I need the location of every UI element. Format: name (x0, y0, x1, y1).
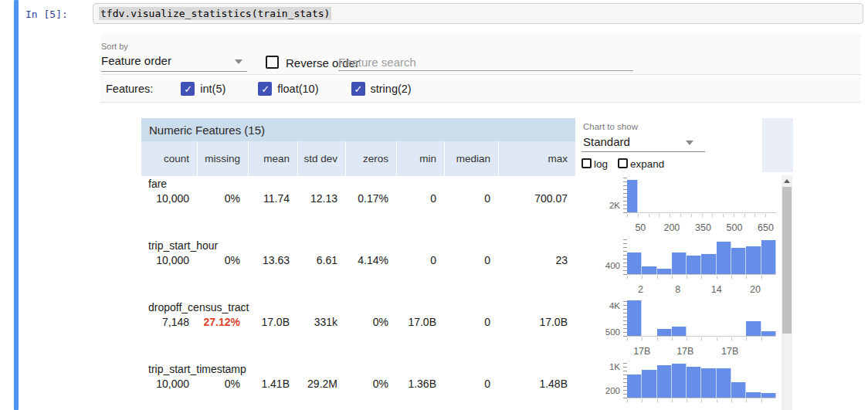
feature-search-input[interactable] (338, 53, 633, 71)
x-axis-tick-label: 200 (663, 222, 680, 233)
scrollbar-thumb[interactable] (782, 187, 792, 334)
stat-count: 10,000 (141, 192, 197, 205)
feature-row-fare: fare10,0000%11.7412.130.17%00700.07 (141, 176, 575, 238)
stat-missing: 0% (197, 254, 248, 266)
histogram-bar (761, 331, 776, 336)
stat-mean: 1.41B (248, 378, 297, 390)
histogram-bar (657, 329, 672, 336)
feature-row-trip_start_hour: trip_start_hour10,0000%13.636.614.14%002… (141, 238, 575, 300)
histogram-plot (627, 363, 776, 398)
x-axis-tick-label: 500 (727, 222, 743, 233)
y-axis-tick-label: 2K (575, 201, 620, 210)
log-label: log (594, 158, 608, 170)
filter-checkbox-int[interactable]: ✓ (181, 82, 195, 96)
sort-controls-row: Sort by Feature order Reverse order (100, 34, 861, 75)
stat-median: 0 (444, 254, 498, 266)
sort-by-dropdown[interactable]: Feature order (101, 54, 171, 67)
stat-median: 0 (444, 378, 498, 390)
histogram-bar (672, 327, 687, 336)
histogram-bar (746, 321, 761, 336)
stat-min: 0 (396, 192, 444, 205)
stat-zeros: 0% (345, 316, 396, 328)
histogram-bar (642, 370, 656, 398)
column-header-zeros: zeros (345, 141, 396, 176)
table-title: Numeric Features (15) (141, 118, 575, 141)
histogram-fare: 2K50200350500650 (575, 175, 782, 236)
y-axis-tick-label: 500 (575, 327, 620, 337)
histogram-bar (761, 393, 776, 398)
x-axis-tick-label: 350 (695, 222, 711, 233)
x-axis-ticks (627, 399, 776, 402)
column-header-std-dev: std dev (297, 141, 345, 176)
x-axis-tick-label: 20 (750, 284, 761, 295)
chart-to-show-dropdown[interactable]: Standard (583, 135, 630, 148)
chevron-down-icon[interactable] (235, 59, 242, 64)
histogram-bar (717, 242, 731, 274)
stat-min: 1.36B (396, 378, 444, 390)
sort-by-underline (101, 71, 247, 72)
feature-row-dropoff_census_tract: dropoff_census_tract7,14827.12%17.0B331k… (141, 300, 575, 361)
column-header-max: max (498, 141, 575, 176)
x-axis-tick-label: 14 (711, 284, 722, 295)
stat-max: 700.07 (498, 192, 575, 205)
x-axis-ticks (627, 276, 776, 279)
filter-int: ✓int(5) (181, 82, 225, 96)
feature-stats: 10,0000%11.7412.130.17%00700.07 (141, 192, 575, 205)
table-body: fare10,0000%11.7412.130.17%00700.07trip_… (141, 176, 575, 410)
histogram-bar (746, 246, 761, 274)
stat-mean: 17.0B (248, 316, 297, 328)
histogram-trip_start_timestamp: 1K200 (575, 360, 782, 410)
histogram-bar (701, 368, 716, 398)
column-header-mean: mean (248, 141, 297, 176)
filter-checkbox-float[interactable]: ✓ (258, 82, 272, 96)
y-axis-tick-label: 1K (575, 362, 620, 371)
stat-min: 17.0B (396, 316, 444, 328)
stat-min: 0 (396, 254, 444, 266)
stat-median: 0 (444, 192, 498, 205)
histogram-bar (687, 367, 701, 398)
histogram-bar (731, 382, 746, 398)
checkmark-icon: ✓ (261, 83, 270, 95)
charts-scrollbar[interactable] (782, 175, 792, 410)
cell-prompt: In [5]: (25, 8, 68, 20)
feature-filter-row: Features: ✓int(5)✓float(10)✓string(2) (100, 76, 861, 103)
y-axis-tick-label: 400 (575, 261, 620, 270)
feature-stats: 10,0000%13.636.614.14%0023 (141, 254, 575, 266)
chevron-down-icon[interactable] (686, 141, 693, 145)
x-axis-tick-label: 50 (635, 222, 646, 233)
x-axis-ticks (627, 337, 776, 341)
stat-missing: 27.12% (197, 316, 248, 328)
histograms-column: 2K502003505006504002814204K50017B17B17B1… (575, 175, 782, 410)
features-label: Features: (106, 83, 153, 95)
stat-zeros: 0.17% (345, 192, 396, 205)
x-axis-tick-label: 2 (638, 284, 643, 295)
stat-std-dev: 29.2M (297, 378, 345, 390)
stat-max: 1.48B (498, 378, 575, 390)
y-axis-tick-label: 200 (575, 386, 620, 395)
reverse-order-checkbox[interactable] (266, 56, 279, 69)
filter-checkbox-string[interactable]: ✓ (351, 82, 365, 96)
histogram-bar (657, 269, 672, 274)
checkmark-icon: ✓ (354, 83, 363, 95)
log-checkbox[interactable] (581, 158, 592, 168)
stat-zeros: 4.14% (345, 254, 396, 266)
stat-std-dev: 331k (297, 316, 345, 328)
histogram-plot (627, 239, 776, 275)
histogram-bar (672, 364, 687, 398)
code-text-selected[interactable]: tfdv.visualize_statistics(train_stats) (99, 7, 331, 20)
filter-label-int: int(5) (200, 83, 225, 95)
stat-count: 10,000 (141, 254, 197, 266)
expand-label: expand (630, 158, 664, 170)
filter-string: ✓string(2) (351, 82, 412, 96)
stat-count: 7,148 (141, 316, 197, 328)
scroll-up-icon[interactable] (784, 179, 790, 183)
histogram-trip_start_hour: 400281420 (575, 236, 782, 298)
filter-label-float: float(10) (277, 83, 318, 95)
column-header-missing: missing (197, 141, 248, 176)
histogram-bar (627, 300, 642, 336)
feature-name: dropoff_census_tract (141, 300, 575, 314)
code-input-area[interactable]: tfdv.visualize_statistics(train_stats) (93, 3, 863, 24)
histogram-bar (717, 368, 731, 398)
feature-filters: ✓int(5)✓float(10)✓string(2) (181, 82, 411, 96)
expand-checkbox[interactable] (618, 158, 628, 168)
